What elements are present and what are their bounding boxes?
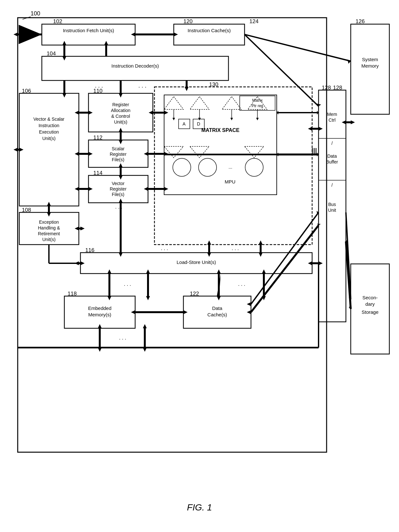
svg-text:122: 122 <box>190 291 199 297</box>
svg-text:File(s): File(s) <box>112 192 125 197</box>
svg-text:. . .: . . . <box>161 246 168 251</box>
svg-text:Instruction Cache(s): Instruction Cache(s) <box>188 28 231 33</box>
svg-text:Mem: Mem <box>327 112 337 117</box>
svg-text:Unit: Unit <box>328 208 336 213</box>
svg-text:128: 128 <box>322 85 331 91</box>
svg-text:Instruction: Instruction <box>39 123 60 128</box>
svg-text:. . .: . . . <box>138 82 146 89</box>
svg-text:114: 114 <box>93 170 102 176</box>
svg-text:126: 126 <box>356 18 365 24</box>
svg-text:Matrix: Matrix <box>252 98 263 103</box>
svg-text:Bus: Bus <box>328 202 336 207</box>
svg-text:108: 108 <box>22 207 31 213</box>
svg-text:. . .: . . . <box>95 82 103 89</box>
svg-text:Allocation: Allocation <box>111 108 131 113</box>
svg-text:Retirement: Retirement <box>38 231 60 236</box>
svg-text:System: System <box>362 57 378 62</box>
svg-text:/: / <box>331 141 333 146</box>
svg-text:116: 116 <box>85 247 94 253</box>
svg-text:Storage: Storage <box>362 309 379 315</box>
svg-text:100: 100 <box>31 10 40 17</box>
svg-text:Unit(s): Unit(s) <box>114 119 127 125</box>
svg-text:Ptr reg: Ptr reg <box>252 104 263 108</box>
svg-text:Instruction Fetch Unit(s): Instruction Fetch Unit(s) <box>63 28 114 33</box>
svg-text:MATRIX SPACE: MATRIX SPACE <box>201 127 240 133</box>
svg-text:Ctrl: Ctrl <box>329 117 336 123</box>
svg-text:Buffer: Buffer <box>326 159 338 164</box>
svg-text:Handling &: Handling & <box>38 225 60 230</box>
svg-text:Unit(s): Unit(s) <box>42 237 55 242</box>
diagram-container: 100 Instruction Fetch Unit(s) 102 Instru… <box>0 0 399 532</box>
svg-text:Vector: Vector <box>112 181 125 186</box>
svg-text:Memory: Memory <box>361 63 379 69</box>
svg-text:Instruction Decoder(s): Instruction Decoder(s) <box>111 63 159 69</box>
svg-text:118: 118 <box>68 291 77 297</box>
svg-text:128: 128 <box>333 85 342 91</box>
svg-text:Register: Register <box>110 186 126 191</box>
figure-label: FIG. 1 <box>187 502 212 513</box>
svg-text:Data: Data <box>212 305 222 311</box>
svg-text:120: 120 <box>183 18 192 24</box>
svg-text:130: 130 <box>209 81 218 88</box>
svg-text:...: ... <box>228 164 232 170</box>
svg-text:Embedded: Embedded <box>88 305 112 311</box>
svg-text:Unit(s): Unit(s) <box>42 136 55 141</box>
svg-text:& Control: & Control <box>111 114 130 119</box>
svg-text:Register: Register <box>112 102 129 107</box>
svg-text:Vector & Scalar: Vector & Scalar <box>33 117 65 122</box>
svg-text:. . .: . . . <box>232 246 239 251</box>
svg-text:MPU: MPU <box>225 179 235 184</box>
svg-text:A: A <box>182 121 186 126</box>
svg-text:dary: dary <box>365 301 375 307</box>
svg-text:112: 112 <box>93 135 102 141</box>
svg-text:. . .: . . . <box>238 281 245 287</box>
svg-text:Memory(s): Memory(s) <box>88 312 111 317</box>
svg-text:Scalar: Scalar <box>112 146 125 151</box>
svg-text:Execution: Execution <box>39 129 59 135</box>
svg-text:Cache(s): Cache(s) <box>208 312 227 317</box>
svg-text:124: 124 <box>249 18 258 24</box>
svg-text:File(s): File(s) <box>112 157 125 162</box>
svg-text:|||: ||| <box>311 147 317 154</box>
svg-text:Secon-: Secon- <box>362 295 378 300</box>
svg-text:. . .: . . . <box>124 281 131 287</box>
svg-text:Data: Data <box>327 154 337 159</box>
svg-text:Register: Register <box>110 152 126 157</box>
svg-text:Exception: Exception <box>39 219 59 225</box>
svg-text:106: 106 <box>22 88 31 94</box>
svg-text:/: / <box>331 182 333 188</box>
svg-text:Load-Store Unit(s): Load-Store Unit(s) <box>177 259 216 265</box>
svg-text:104: 104 <box>47 51 56 57</box>
svg-text:. . .: . . . <box>119 335 126 341</box>
svg-text:D: D <box>197 121 200 126</box>
svg-text:102: 102 <box>53 18 62 24</box>
